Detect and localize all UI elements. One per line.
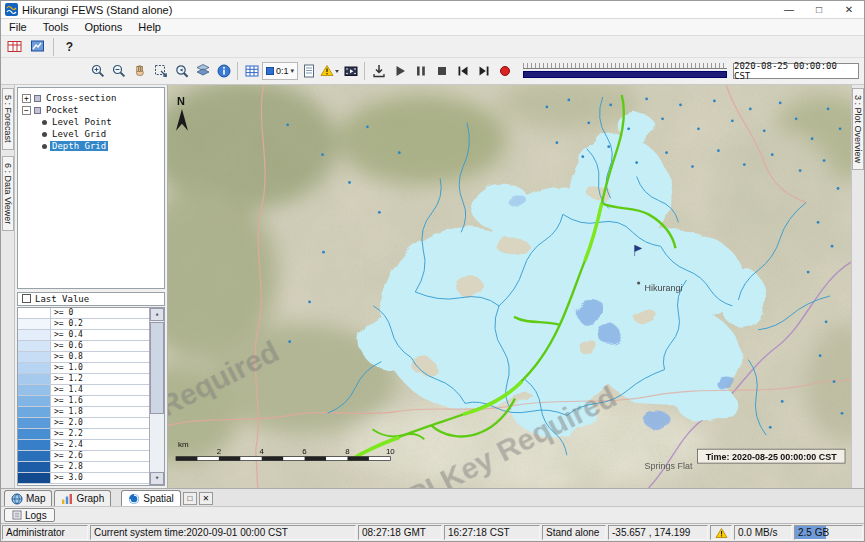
node-icon: [34, 95, 41, 102]
time-slider[interactable]: [523, 63, 727, 79]
toolbar-separator: [53, 38, 54, 56]
tree-item-level-point[interactable]: Level Point: [18, 116, 164, 128]
status-coordinates: -35.657 , 174.199: [608, 525, 708, 540]
menu-file[interactable]: File: [1, 19, 35, 35]
zoom-in-icon[interactable]: [87, 61, 108, 82]
menu-tools[interactable]: Tools: [35, 19, 77, 35]
town-label: Hikurangi: [645, 283, 683, 293]
legend-row: >= 0.8: [18, 352, 150, 363]
status-gmt-time: 08:27:18 GMT: [358, 525, 442, 540]
pan-hand-icon[interactable]: [129, 61, 150, 82]
grid-display-icon[interactable]: [241, 61, 262, 82]
expand-icon[interactable]: +: [22, 94, 31, 103]
legend-row: >= 0.4: [18, 330, 150, 341]
legend-row: >= 1.8: [18, 407, 150, 418]
legend-row: >= 2.2: [18, 429, 150, 440]
scrollbar-thumb[interactable]: [150, 322, 164, 414]
legend-row: >= 2.6: [18, 451, 150, 462]
svg-text:8: 8: [345, 447, 350, 456]
toolbar-separator: [237, 62, 238, 80]
tab-graph[interactable]: Graph: [54, 490, 111, 506]
legend-row: >= 3.0: [18, 473, 150, 484]
legend-swatch: [18, 330, 51, 340]
logs-button[interactable]: Logs: [4, 508, 55, 522]
svg-text:km: km: [178, 440, 189, 449]
panel-close-button[interactable]: ✕: [199, 492, 213, 505]
status-local-time: 16:27:18 CST: [444, 525, 540, 540]
layer-tree: + Cross-section − Pocket Level Point Lev…: [17, 87, 165, 289]
legend-row: >= 0.2: [18, 319, 150, 330]
tree-item-level-grid[interactable]: Level Grid: [18, 128, 164, 140]
close-button[interactable]: ✕: [834, 1, 864, 18]
svg-text:6: 6: [302, 447, 307, 456]
collapse-icon[interactable]: −: [22, 106, 31, 115]
spatial-icon: [128, 493, 140, 505]
map-time-label: Time: 2020-08-25 00:00:00 CST: [697, 449, 845, 463]
scroll-up-icon[interactable]: ▴: [150, 308, 164, 321]
stop-button[interactable]: [431, 61, 452, 82]
status-network: 0.0 MB/s: [734, 525, 792, 540]
warning-filter-icon[interactable]: [319, 61, 340, 82]
legend-swatch: [18, 429, 51, 439]
chevron-down-icon: ▾: [291, 67, 295, 75]
legend-swatch: [18, 352, 51, 362]
interval-value: 0:1: [276, 66, 289, 76]
legend-swatch: [18, 385, 51, 395]
movie-export-icon[interactable]: [340, 61, 361, 82]
tab-spatial[interactable]: Spatial: [121, 490, 181, 506]
skip-start-button[interactable]: [452, 61, 473, 82]
zoom-previous-icon[interactable]: [171, 61, 192, 82]
info-icon[interactable]: [213, 61, 234, 82]
svg-text:Time: 2020-08-25 00:00:00 CST: Time: 2020-08-25 00:00:00 CST: [706, 452, 837, 462]
legend-row: >= 2.0: [18, 418, 150, 429]
explorer-grid-icon[interactable]: [4, 36, 25, 57]
save-animation-icon[interactable]: [368, 61, 389, 82]
map-view[interactable]: Hikurangi Springs Flat API Key Required …: [168, 85, 851, 488]
status-warning-icon[interactable]: [710, 525, 732, 540]
time-slider-bar[interactable]: [523, 71, 727, 78]
current-time-field[interactable]: 2020-08-25 00:00:00 CST: [733, 63, 859, 79]
zoom-out-icon[interactable]: [108, 61, 129, 82]
svg-text:2: 2: [217, 447, 222, 456]
window-title: Hikurangi FEWS (Stand alone): [22, 4, 172, 16]
bullet-icon: [42, 120, 47, 125]
menu-help[interactable]: Help: [130, 19, 169, 35]
dock-tab-forecast[interactable]: 5 : Forecast: [2, 88, 14, 150]
legend-scrollbar[interactable]: ▴ ▾: [149, 308, 164, 485]
legend-swatch: [18, 440, 51, 450]
maximize-button[interactable]: □: [804, 1, 834, 18]
checkbox-icon[interactable]: [22, 294, 31, 303]
legend-swatch: [18, 407, 51, 417]
tree-item-pocket[interactable]: − Pocket: [18, 104, 164, 116]
legend-row: >= 0.6: [18, 341, 150, 352]
help-icon[interactable]: ?: [59, 36, 80, 57]
menu-options[interactable]: Options: [76, 19, 130, 35]
record-button[interactable]: [494, 61, 515, 82]
legend-swatch: [18, 451, 51, 461]
legend-swatch: [18, 319, 51, 329]
bullet-icon: [42, 132, 47, 137]
dock-tab-plot-overview[interactable]: 3 : Plot Overview: [852, 88, 864, 170]
legend-swatch: [18, 462, 51, 472]
map-display-icon[interactable]: [27, 36, 48, 57]
skip-end-button[interactable]: [473, 61, 494, 82]
pause-button[interactable]: [410, 61, 431, 82]
layers-icon[interactable]: [192, 61, 213, 82]
legend-row: >= 0: [18, 308, 150, 319]
profile-document-icon[interactable]: [298, 61, 319, 82]
interval-selector[interactable]: 0:1 ▾: [262, 62, 298, 80]
tree-item-cross-section[interactable]: + Cross-section: [18, 92, 164, 104]
status-user: Administrator: [2, 525, 88, 540]
last-value-toggle[interactable]: Last Value: [17, 292, 165, 307]
title-bar: Hikurangi FEWS (Stand alone) — □ ✕: [1, 1, 864, 19]
zoom-rectangle-icon[interactable]: [150, 61, 171, 82]
dock-tab-data-viewer[interactable]: 6 : Data Viewer: [2, 156, 14, 231]
play-button[interactable]: [389, 61, 410, 82]
legend-row: >= 1.2: [18, 374, 150, 385]
tab-map[interactable]: Map: [4, 490, 52, 506]
minimize-button[interactable]: —: [774, 1, 804, 18]
scroll-down-icon[interactable]: ▾: [150, 472, 164, 485]
tree-item-depth-grid[interactable]: Depth Grid: [18, 140, 164, 152]
spatial-toolbar: 0:1 ▾: [1, 58, 864, 85]
panel-maximize-button[interactable]: □: [183, 492, 197, 505]
